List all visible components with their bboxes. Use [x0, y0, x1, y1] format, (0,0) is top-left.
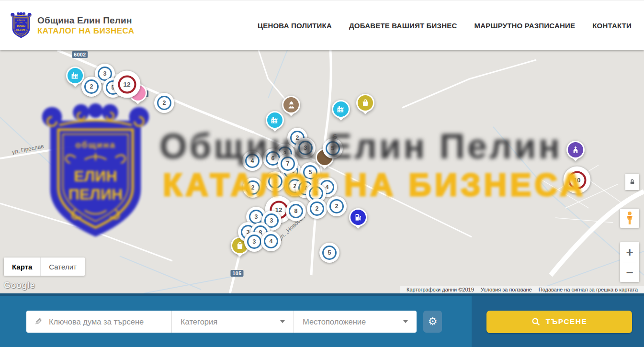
bag-pin-marker[interactable]	[355, 93, 375, 119]
cluster-count: 8	[289, 204, 303, 218]
gas-pin-marker[interactable]	[348, 208, 368, 234]
cluster-count: 10	[568, 171, 586, 189]
brand-logo[interactable]: Община Елин Пелин КАТАЛОГ НА БИЗНЕСА	[0, 12, 134, 39]
cluster-marker[interactable]: 5	[319, 243, 339, 263]
lock-button[interactable]	[625, 174, 639, 190]
cluster-count: 4	[245, 154, 260, 168]
worker-icon	[282, 96, 300, 114]
cluster-count: 5	[322, 246, 337, 260]
location-select-label: Местоположение	[303, 317, 366, 326]
cluster-count: 2	[84, 79, 99, 94]
cluster-marker[interactable]: 2	[154, 93, 174, 113]
worker-pin-marker[interactable]	[281, 95, 301, 121]
map-type-control: Карта Сателит	[4, 257, 85, 276]
google-logo[interactable]: Google	[4, 280, 35, 291]
location-select[interactable]: Местоположение	[294, 311, 417, 333]
cluster-count: 5	[326, 141, 340, 156]
cluster-marker[interactable]: 2	[307, 199, 327, 219]
search-panel: ✎ Категория Местоположение ⚙	[0, 293, 644, 347]
cluster-count: 2	[329, 199, 344, 213]
zoom-out-button[interactable]: −	[620, 262, 639, 282]
cluster-marker[interactable]: 5	[323, 138, 343, 158]
road-badge: 105	[230, 270, 243, 277]
cluster-marker[interactable]: 8	[286, 201, 306, 221]
nav-link[interactable]: ЦЕНОВА ПОЛИТИКА	[258, 22, 332, 30]
app-header: Община Елин Пелин КАТАЛОГ НА БИЗНЕСА ЦЕН…	[0, 0, 644, 50]
advanced-search-button[interactable]: ⚙	[423, 311, 442, 333]
attribution-link[interactable]: Подаване на сигнал за грешка в картата	[535, 287, 641, 292]
map-attribution: Картографски данни ©2019Условия за ползв…	[400, 286, 644, 293]
cluster-count: 2	[246, 180, 260, 195]
church-icon	[566, 141, 585, 159]
cluster-count: 4	[264, 234, 278, 248]
cluster-count: 7	[281, 157, 295, 171]
cluster-count: 4	[268, 174, 282, 189]
keyword-input[interactable]	[48, 317, 171, 327]
search-icon	[531, 317, 541, 326]
map-canvas[interactable]: ул. Преславбул. „Новоселци 6002105 32512…	[0, 50, 644, 293]
factory-icon	[66, 67, 84, 85]
cluster-count: 3	[247, 235, 261, 249]
pencil-icon: ✎	[34, 316, 42, 327]
zoom-in-button[interactable]: +	[620, 242, 639, 262]
cluster-marker[interactable]: 4	[261, 231, 281, 251]
cluster-marker[interactable]: 4	[265, 171, 285, 191]
cluster-marker[interactable]: 2	[327, 196, 347, 216]
chevron-down-icon	[403, 320, 408, 323]
padlock-icon	[629, 178, 636, 186]
bag-icon	[356, 94, 374, 112]
pegman-icon	[623, 211, 636, 225]
search-field-group: ✎ Категория Местоположение	[26, 311, 417, 333]
app-root: Община Елин Пелин КАТАЛОГ НА БИЗНЕСА ЦЕН…	[0, 0, 644, 347]
factory-pin-marker[interactable]	[331, 100, 351, 125]
site-title: Община Елин Пелин	[37, 15, 134, 26]
search-submit-button[interactable]: ТЪРСЕНЕ	[486, 311, 632, 333]
gear-icon: ⚙	[428, 316, 438, 327]
search-panel-left: ✎ Категория Местоположение ⚙	[0, 296, 472, 347]
cluster-count: 2	[157, 96, 171, 110]
municipality-crest-icon	[11, 12, 32, 39]
category-select-label: Категория	[181, 317, 217, 326]
search-panel-right: ТЪРСЕНЕ	[472, 296, 644, 347]
map-type-map-button[interactable]: Карта	[4, 257, 40, 276]
cluster-marker[interactable]: 10	[564, 167, 591, 194]
nav-link[interactable]: МАРШРУТНО РАЗПИСАНИЕ	[474, 22, 575, 30]
church-pin-marker[interactable]	[565, 140, 586, 166]
attribution-text: Картографски данни ©2019	[403, 287, 477, 292]
keyword-field: ✎	[26, 311, 171, 333]
chevron-down-icon	[280, 320, 285, 323]
zoom-control: + −	[620, 242, 639, 282]
cluster-count: 5	[303, 165, 317, 179]
cluster-marker[interactable]: 2	[243, 178, 263, 198]
street-view-pegman[interactable]	[620, 209, 639, 228]
cluster-marker[interactable]: 4	[242, 151, 262, 171]
cluster-count: 2	[310, 201, 324, 216]
cluster-marker[interactable]: 2	[81, 77, 102, 97]
cluster-count: 12	[118, 75, 136, 93]
gas-icon	[349, 208, 367, 226]
category-select[interactable]: Категория	[171, 311, 294, 333]
site-subtitle: КАТАЛОГ НА БИЗНЕСА	[37, 26, 134, 36]
cluster-marker[interactable]: 3	[295, 138, 316, 158]
nav-link[interactable]: КОНТАКТИ	[592, 22, 632, 30]
main-nav: ЦЕНОВА ПОЛИТИКАДОБАВЕТЕ ВАШИЯТ БИЗНЕСМАР…	[258, 22, 644, 30]
attribution-link[interactable]: Условия за ползване	[477, 287, 535, 292]
search-submit-label: ТЪРСЕНЕ	[546, 317, 587, 326]
cluster-marker[interactable]: 12	[113, 71, 141, 98]
nav-link[interactable]: ДОБАВЕТЕ ВАШИЯТ БИЗНЕС	[349, 22, 457, 30]
factory-icon	[332, 100, 350, 118]
map-type-satellite-button[interactable]: Сателит	[40, 257, 85, 276]
brand-text: Община Елин Пелин КАТАЛОГ НА БИЗНЕСА	[37, 15, 134, 36]
cluster-count: 3	[298, 141, 313, 155]
cluster-marker[interactable]: 7	[278, 154, 298, 174]
road-badge: 6002	[72, 51, 88, 58]
